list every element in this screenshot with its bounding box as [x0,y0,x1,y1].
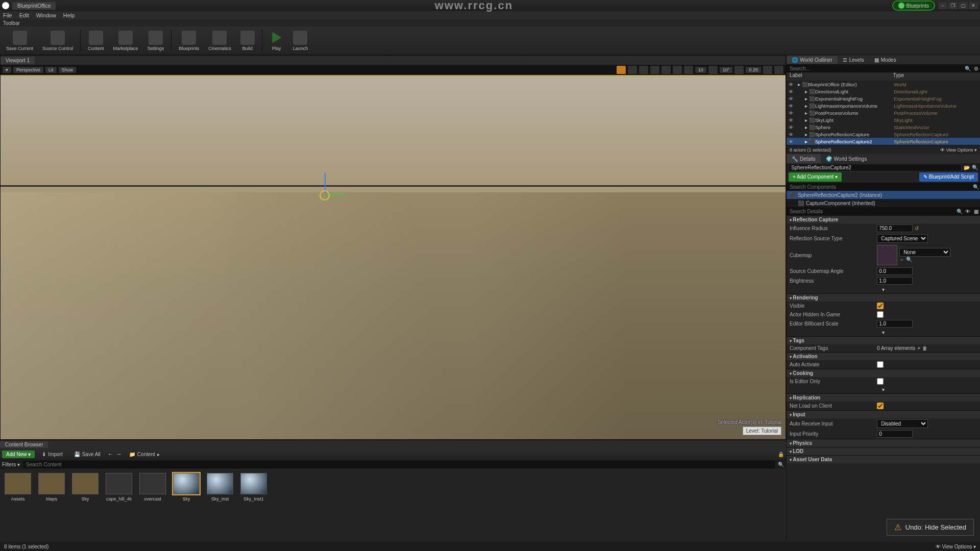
matrix-icon[interactable]: ▦ [972,209,980,214]
vp-snap-angle[interactable] [708,66,718,74]
tb-settings[interactable]: Settings [143,30,168,52]
cb-asset[interactable]: Sky [173,473,200,502]
transform-gizmo[interactable] [314,185,335,206]
tb-cinematics[interactable]: Cinematics [204,30,235,52]
close-button[interactable]: ✕ [969,2,978,9]
locate-icon[interactable]: 🔍 [972,165,978,170]
tab-modes[interactable]: ▦ Modes [869,56,901,64]
tb-source-control[interactable]: Source Control [38,30,77,52]
details-properties[interactable]: Reflection Capture Influence Radius↺ Ref… [787,215,980,542]
use-asset-icon[interactable]: ← [899,257,904,262]
cb-asset[interactable]: overcast [139,473,166,502]
expand-icon[interactable]: ▾ [882,330,885,335]
section-header[interactable]: Asset User Data [787,456,980,463]
menu-help[interactable]: Help [63,12,75,18]
menu-edit[interactable]: Edit [19,12,29,18]
cb-search[interactable] [23,461,775,468]
project-tab[interactable]: BlueprintOffice [12,2,56,10]
vp-snap-grid[interactable] [684,66,693,74]
outliner-row[interactable]: 👁▸ ⬛ SphereReflectionCaptureSphereReflec… [787,131,980,138]
vp-coord-space[interactable] [662,66,671,74]
vp-scale-size[interactable]: 0.25 [746,67,761,73]
outliner-row[interactable]: 👁▸ ⬛ ExponentialHeightFogExponentialHeig… [787,95,980,102]
outliner-options-icon[interactable]: ⚙ [972,66,980,71]
tb-build[interactable]: Build [236,30,259,52]
eye-icon[interactable]: 👁 [789,117,796,123]
vp-transform-select[interactable] [617,66,626,74]
details-object-name[interactable] [789,164,962,171]
blueprint-script-button[interactable]: ✎ Blueprint/Add Script [919,172,978,182]
cb-asset[interactable]: Sky_Inst [206,473,234,502]
outliner-row[interactable]: 👁▸ ⬛ LightmassImportanceVolumeLightmassI… [787,102,980,109]
outliner-view-options[interactable]: 👁 View Options ▾ [940,147,977,153]
blueprints-badge[interactable]: Blueprints [892,1,935,11]
cb-asset[interactable]: Sky_Inst1 [240,473,267,502]
array-clear-icon[interactable]: 🗑 [922,345,927,351]
eye-icon[interactable]: 👁 [789,139,796,144]
browse-icon[interactable]: 📂 [964,165,970,170]
cb-asset[interactable]: Assets [4,473,32,502]
add-component-button[interactable]: + Add Component ▾ [789,172,842,182]
section-header[interactable]: Cooking [787,369,980,377]
cb-lock-icon[interactable]: 🔒 [778,452,784,457]
section-header[interactable]: Physics [787,439,980,447]
vp-transform-rotate[interactable] [639,66,648,74]
outliner-search-input[interactable] [787,65,964,72]
outliner-row[interactable]: 👁▸ ⬛ SphereReflectionCapture2SphereRefle… [787,138,980,145]
tab-levels[interactable]: ☰ Levels [838,56,869,64]
section-header[interactable]: Activation [787,353,980,360]
cb-nav-back[interactable]: ← [108,450,114,458]
section-header[interactable]: LOD [787,447,980,455]
auto-receive-select[interactable]: Disabled [877,419,928,428]
vp-maximize[interactable] [774,66,783,74]
reflection-source-select[interactable]: Captured Scene [877,234,928,243]
section-header[interactable]: Reflection Capture [787,216,980,223]
eye-icon[interactable]: 👁 [789,82,796,87]
section-header[interactable]: Replication [787,394,980,402]
component-row[interactable]: ⬛ CaptureComponent (Inherited) [787,199,980,207]
cb-import[interactable]: ⬇ Import [38,450,66,458]
search-icon[interactable]: 🔍 [964,66,972,71]
input-priority-input[interactable] [877,430,913,438]
menu-file[interactable]: File [3,12,12,18]
eye-icon[interactable]: 👁 [789,132,796,137]
minimize-button[interactable]: – [938,2,947,9]
section-header[interactable]: Tags [787,337,980,344]
billboard-scale-input[interactable] [877,320,913,328]
expand-icon[interactable]: ▾ [882,387,885,392]
auto-activate-checkbox[interactable] [877,361,884,368]
cb-save-all[interactable]: 💾 Save All [70,450,105,458]
outliner-row[interactable]: 👁▸ ⬛ SkyLightSkyLight [787,116,980,123]
component-row[interactable]: ⬛ SphereReflectionCapture2 (Instance) [787,191,980,199]
menu-window[interactable]: Window [36,12,56,18]
vp-angle-size[interactable]: 10° [720,67,733,73]
tb-play[interactable]: Play [265,30,288,52]
tb-launch[interactable]: Launch [289,30,312,52]
eye-icon[interactable]: 👁 [789,103,796,109]
outliner-row[interactable]: 👁▸ ⬛ SphereStaticMeshActor [787,123,980,131]
vp-menu[interactable]: ▾ [3,67,11,73]
cb-path[interactable]: 📁 Content ▸ [125,450,164,458]
maximize-button[interactable]: ▢ [959,2,968,9]
outliner-row[interactable]: 👁▸ ⬛ DirectionalLightDirectionalLight [787,88,980,95]
cb-add-new[interactable]: Add New ▾ [2,450,35,458]
viewport-3d[interactable]: Selected Actor(s) in: Tutorial Level: Tu… [1,75,786,439]
outliner-row[interactable]: 👁▸ ⬛ PostProcessVolumePostProcessVolume [787,109,980,116]
browse-asset-icon[interactable]: 🔍 [906,257,912,262]
vp-snap-surface[interactable] [673,66,682,74]
visible-checkbox[interactable] [877,303,884,309]
component-search-input[interactable] [787,184,972,190]
tab-details[interactable]: 🔧 Details [787,154,821,163]
cb-nav-fwd[interactable]: → [116,450,122,458]
eye-icon[interactable]: 👁 [789,96,796,102]
tb-content[interactable]: Content [84,30,108,52]
eye-icon[interactable]: 👁 [964,209,972,214]
eye-icon[interactable]: 👁 [789,124,796,130]
eye-icon[interactable]: 👁 [789,110,796,116]
level-badge[interactable]: Level: Tutorial [743,427,781,435]
vp-show[interactable]: Show [59,67,77,73]
search-icon[interactable]: 🔍 [972,184,980,190]
tab-world-outliner[interactable]: 🌐 World Outliner [787,56,838,64]
cb-tab[interactable]: Content Browser [0,441,48,448]
status-view-options[interactable]: 👁 View Options ▾ [936,544,976,549]
